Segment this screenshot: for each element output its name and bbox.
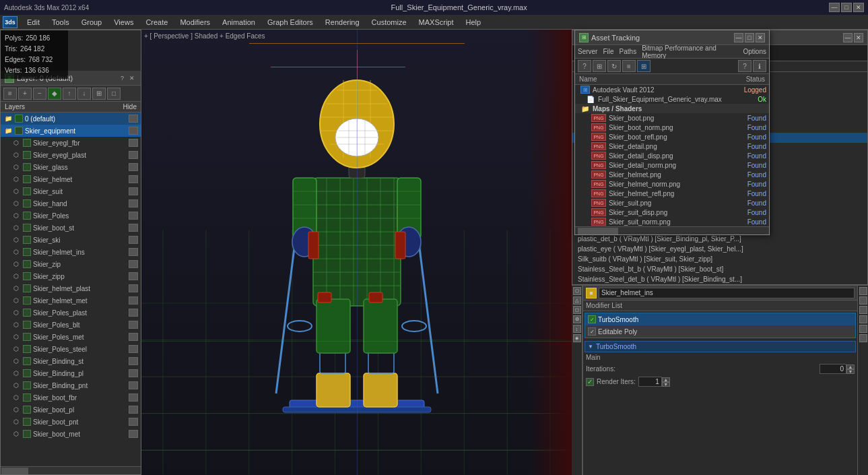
asset-menu-options[interactable]: Options xyxy=(743,48,766,55)
asset-tb-btn-1[interactable]: ? xyxy=(578,60,591,72)
layer-item[interactable]: ⬡Skier_helmet_plast xyxy=(1,282,141,294)
asset-restore-btn[interactable]: □ xyxy=(745,33,754,42)
layer-visible-toggle[interactable] xyxy=(23,175,31,183)
layers-btn-8[interactable]: □ xyxy=(107,88,121,100)
layers-btn-1[interactable]: ≡ xyxy=(3,88,17,100)
right-btn-4[interactable] xyxy=(859,315,867,323)
layer-freeze-btn[interactable] xyxy=(129,333,138,341)
layer-item[interactable]: 📁0 (default) xyxy=(1,113,141,125)
layer-item[interactable]: ⬡Skier_boot_fbr xyxy=(1,391,141,404)
asset-row[interactable]: PNGSkier_detail_disp.pngFound xyxy=(575,151,769,160)
close-button[interactable]: ✕ xyxy=(853,3,864,12)
layer-freeze-btn[interactable] xyxy=(129,260,138,268)
asset-close-btn[interactable]: ✕ xyxy=(756,33,765,42)
layer-visible-toggle[interactable] xyxy=(23,406,31,414)
right-btn-5[interactable] xyxy=(859,325,867,333)
asset-tb-help[interactable]: ? xyxy=(738,60,752,72)
layer-visible-toggle[interactable] xyxy=(23,296,31,305)
layer-item[interactable]: ⬡Skier_boot_pl xyxy=(1,404,141,416)
layers-btn-3[interactable]: − xyxy=(33,88,46,100)
layer-item[interactable]: ⬡Skier_boot_pnt xyxy=(1,416,141,428)
layer-freeze-btn[interactable] xyxy=(129,175,138,183)
layer-freeze-btn[interactable] xyxy=(129,418,138,426)
layer-visible-toggle[interactable] xyxy=(23,333,31,341)
layer-visible-toggle[interactable] xyxy=(23,357,31,365)
layer-item[interactable]: ⬡Skier_helmet xyxy=(1,173,141,185)
icon-btn-6[interactable]: ◈ xyxy=(573,334,581,342)
maximize-button[interactable]: □ xyxy=(841,3,852,12)
layer-freeze-btn[interactable] xyxy=(129,236,138,244)
mat-browser-minimize[interactable]: — xyxy=(843,33,853,42)
right-btn-6[interactable] xyxy=(859,334,867,342)
layers-list[interactable]: 📁0 (default)📁Skier_equipment⬡Skier_eyegl… xyxy=(1,113,141,466)
layer-visible-toggle[interactable] xyxy=(23,418,31,426)
asset-tb-info[interactable]: ℹ xyxy=(753,60,766,72)
asset-row[interactable]: 📄Full_Skier_Equipment_Generic_vray.maxOk xyxy=(575,94,769,104)
asset-menu-paths[interactable]: Paths xyxy=(620,48,637,55)
layer-freeze-btn[interactable] xyxy=(129,187,138,195)
render-iters-checkbox[interactable]: ✓ xyxy=(586,378,594,386)
mat-browser-close[interactable]: ✕ xyxy=(854,33,863,42)
layer-item[interactable]: ⬡Skier_boot_st xyxy=(1,222,141,234)
menu-customize[interactable]: Customize xyxy=(366,17,412,28)
layer-freeze-btn[interactable] xyxy=(129,430,138,438)
asset-tb-btn-5[interactable]: ⊞ xyxy=(637,60,650,72)
right-btn-3[interactable] xyxy=(859,306,867,314)
layer-freeze-btn[interactable] xyxy=(129,127,138,135)
layer-visible-toggle[interactable] xyxy=(23,430,31,438)
layer-item[interactable]: ⬡Skier_Poles_steel xyxy=(1,343,141,355)
menu-help[interactable]: Help xyxy=(461,17,487,28)
layer-freeze-btn[interactable] xyxy=(129,199,138,208)
asset-row[interactable]: PNGSkier_boot_norm.pngFound xyxy=(575,123,769,132)
layer-visible-toggle[interactable] xyxy=(23,381,31,389)
layer-visible-toggle[interactable] xyxy=(23,224,31,232)
layer-item[interactable]: ⬡Skier_suit xyxy=(1,185,141,197)
asset-menu-server[interactable]: Server xyxy=(578,48,597,55)
object-name-field[interactable] xyxy=(599,288,855,298)
layer-freeze-btn[interactable] xyxy=(129,345,138,353)
asset-menu-file[interactable]: File xyxy=(603,48,613,55)
layers-btn-7[interactable]: ⊞ xyxy=(92,88,106,100)
asset-row[interactable]: PNGSkier_detail_norm.pngFound xyxy=(575,160,769,170)
mat-item[interactable]: plastic_eye ( VRayMtl ) [Skier_eyegl_pla… xyxy=(572,244,867,254)
layer-item[interactable]: ⬡Skier_ski xyxy=(1,234,141,246)
asset-list[interactable]: ⊞Autodesk Vault 2012Logged📄Full_Skier_Eq… xyxy=(575,85,769,226)
layer-visible-toggle[interactable] xyxy=(23,272,31,280)
layer-freeze-btn[interactable] xyxy=(129,115,138,123)
asset-row[interactable]: PNGSkier_helmet_norm.pngFound xyxy=(575,179,769,189)
icon-btn-1[interactable]: ⬡ xyxy=(573,287,581,295)
layer-freeze-btn[interactable] xyxy=(129,151,138,159)
layers-btn-6[interactable]: ↓ xyxy=(77,88,91,100)
mat-item[interactable]: Stainless_Steel_det_b ( VRayMtl ) [Skier… xyxy=(572,274,867,284)
layer-visible-toggle[interactable] xyxy=(15,115,23,123)
layer-item[interactable]: 📁Skier_equipment xyxy=(1,125,141,137)
object-color-swatch[interactable]: ■ xyxy=(586,288,597,298)
layers-scrollbar[interactable] xyxy=(1,466,141,474)
layer-item[interactable]: ⬡Skier_Poles xyxy=(1,210,141,222)
menu-tools[interactable]: Tools xyxy=(46,17,75,28)
menu-animation[interactable]: Animation xyxy=(217,17,261,28)
render-iters-down[interactable]: ▼ xyxy=(662,382,670,387)
asset-row[interactable]: PNGSkier_suit_disp.pngFound xyxy=(575,208,769,217)
iterations-down[interactable]: ▼ xyxy=(846,369,855,374)
layer-freeze-btn[interactable] xyxy=(129,321,138,329)
layer-visible-toggle[interactable] xyxy=(23,199,31,208)
asset-menu-bitmap[interactable]: Bitmap Performance and Memory xyxy=(642,44,737,59)
layer-item[interactable]: ⬡Skier_helmet_ins xyxy=(1,246,141,258)
asset-row[interactable]: ⊞Autodesk Vault 2012Logged xyxy=(575,85,769,94)
icon-btn-5[interactable]: ↕ xyxy=(573,325,581,333)
layer-freeze-btn[interactable] xyxy=(129,212,138,220)
layer-visible-toggle[interactable] xyxy=(23,393,31,402)
asset-row[interactable]: 📁Maps / Shaders xyxy=(575,104,769,113)
layers-help-btn[interactable]: ? xyxy=(119,75,126,82)
mat-item[interactable]: Silk_suitb ( VRayMtl ) [Skier_suit, Skie… xyxy=(572,254,867,264)
layer-item[interactable]: ⬡Skier_Poles_plast xyxy=(1,307,141,319)
layer-visible-toggle[interactable] xyxy=(23,187,31,195)
icon-btn-3[interactable]: ◻ xyxy=(573,306,581,314)
layer-item[interactable]: ⬡Skier_helmet_met xyxy=(1,294,141,307)
layer-freeze-btn[interactable] xyxy=(129,139,138,147)
layer-item[interactable]: ⬡Skier_zipp xyxy=(1,270,141,282)
menu-maxscript[interactable]: MAXScript xyxy=(413,17,459,28)
iterations-up[interactable]: ▲ xyxy=(846,365,855,369)
layer-item[interactable]: ⬡Skier_glass xyxy=(1,161,141,173)
